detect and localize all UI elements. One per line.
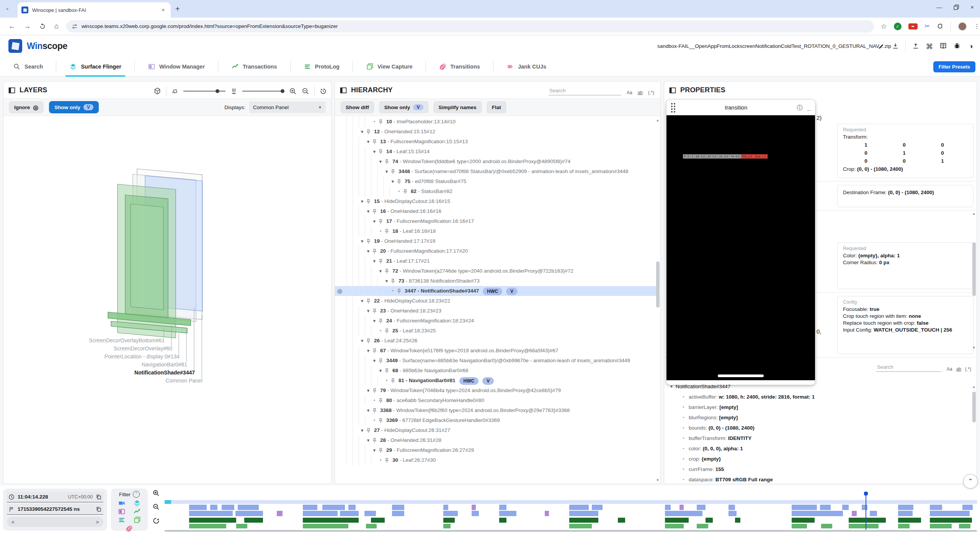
trace-entry-block[interactable] [499,518,506,523]
timeline-zoom-in-icon[interactable] [152,489,160,497]
collapse-panel-icon[interactable] [669,87,676,94]
trace-entry-block[interactable] [792,505,817,510]
trace-entry-block[interactable] [728,511,737,516]
layer-tree-row[interactable]: ▼67 - WindowToken{e5176f9 type=2019 andr… [335,346,657,356]
layer-tree-row[interactable]: •25 - Leaf:18:23#25 [335,326,657,336]
profile-avatar[interactable] [958,22,967,31]
trace-entry-block[interactable] [340,511,359,516]
protolog-trace-icon[interactable] [118,516,126,524]
screen-recording-trace-icon[interactable] [118,499,126,507]
layer-tree-row[interactable]: •81 - NavigationBar0#81HWCV [335,376,657,386]
windowmanager-track[interactable] [165,518,977,523]
property-item[interactable]: barrierLayer: [empty] [664,402,972,412]
surfaceflinger-track[interactable] [165,511,977,516]
expand-arrow-icon[interactable]: ▼ [371,356,378,366]
trace-entry-block[interactable] [870,511,877,516]
pin-icon[interactable] [366,129,371,135]
trace-entry-block[interactable] [930,524,952,528]
extensions-puzzle-icon[interactable] [937,23,944,30]
collapse-timeline-fab[interactable]: ⌃ [963,474,978,489]
trace-entry-block[interactable] [472,511,479,516]
trace-entry-block[interactable] [236,524,248,528]
trace-entry-block[interactable] [792,511,843,516]
expand-arrow-icon[interactable]: ▼ [383,167,390,177]
properties-search-input[interactable]: Search [876,363,941,372]
extension-red-icon[interactable]: ▸▸ [908,23,918,29]
trace-entry-block[interactable] [962,505,973,510]
report-bug-icon[interactable] [953,42,961,50]
tab-search[interactable]: Search [0,57,56,77]
trace-entry-block[interactable] [930,511,970,516]
pin-icon[interactable] [372,249,377,254]
pin-icon[interactable] [378,418,384,423]
expand-arrow-icon[interactable]: ▼ [377,157,384,167]
trace-entry-block[interactable] [443,505,448,510]
trace-entry-block[interactable] [697,524,708,528]
address-bar[interactable]: winscope.teams.x20web.corp.google.com/pr… [66,20,874,33]
layer-tree-row[interactable]: ▼14 - Leaf:15:15#14 [335,147,657,157]
hierarchy-search-input[interactable]: Search [549,87,621,95]
trace-entry-block[interactable] [735,518,741,523]
pin-icon[interactable] [372,209,377,214]
layer-tree-row[interactable]: ▼27 - HideDisplayCutout:26:31#27 [335,425,657,435]
trace-entry-block[interactable] [898,511,913,516]
transactions-trace-icon[interactable] [133,508,141,515]
trace-entry-block[interactable] [366,524,377,528]
layer-tree-row[interactable]: ▼68 - 885b63e NavigationBar0#68 [335,366,657,376]
edit-pencil-icon[interactable] [878,42,885,50]
match-word-toggle[interactable]: ab [956,366,961,372]
expand-arrow-icon[interactable]: ▼ [371,216,378,226]
tab-search-chevron-icon[interactable]: ⌄ [5,5,9,11]
trace-entry-block[interactable] [592,505,603,510]
match-word-toggle[interactable]: ab [638,90,643,95]
expand-arrow-icon[interactable]: ▼ [365,435,372,445]
expand-arrow-icon[interactable]: ▼ [365,405,372,415]
expand-arrow-icon[interactable]: ▼ [371,147,378,157]
rotation-icon[interactable] [171,87,179,95]
layer-tree-row[interactable]: ▼23 - OneHanded:18:23#23 [335,306,657,316]
layer-tree-row[interactable]: ▼24 - FullscreenMagnification:18:23#24 [335,316,657,326]
trace-entry-block[interactable] [210,505,217,510]
pin-icon[interactable] [372,408,377,414]
zoom-in-icon[interactable] [289,87,297,95]
expand-arrow-icon[interactable]: ▼ [365,386,372,396]
browser-tab[interactable]: Winscope | sandbox-FAI × [18,2,171,18]
trace-entry-block[interactable] [842,505,849,510]
trace-entry-block[interactable] [277,511,283,516]
home-icon[interactable]: ⌂ [54,22,59,30]
trace-entry-block[interactable] [348,505,356,510]
pin-icon[interactable] [378,149,384,155]
expand-arrow-icon[interactable]: ▼ [359,236,366,246]
tab-transactions[interactable]: Transactions [218,57,290,77]
pin-icon[interactable] [384,328,390,334]
new-tab-button[interactable]: + [175,5,180,13]
pin-icon[interactable] [372,438,377,443]
layer-tree-row[interactable]: •10 - ImePlaceholder:13:14#10 [335,117,657,127]
pin-icon[interactable] [378,398,384,404]
expand-arrow-icon[interactable]: ▼ [359,127,366,137]
timeline-canvas[interactable] [165,487,977,532]
property-item[interactable]: activeBuffer: w: 1080, h: 2400, stride: … [664,392,972,402]
layer-3d-label[interactable]: NavigationBar0#81 [142,361,187,368]
timeline-range-strip[interactable] [165,500,977,504]
layers-3d-canvas[interactable]: ScreenDecorOverlayBottom#61ScreenDecorOv… [3,118,331,484]
trace-entry-block[interactable] [499,505,506,510]
shortcuts-icon[interactable]: ⌘ [926,42,933,50]
layer-tree-row[interactable]: ▼3448 - Surface(name=ed70f88 StatusBar)/… [335,167,657,177]
reset-view-history-icon[interactable] [319,87,327,95]
trace-entry-block[interactable] [392,511,404,516]
pin-icon[interactable] [378,448,384,453]
layer-tree-row[interactable]: ▼74 - WindowToken{fdddbe6 type=2000 andr… [335,157,657,167]
pin-icon[interactable] [390,278,396,284]
layer-tree-row[interactable]: ▼79 - WindowToken{7046b4a type=2024 andr… [335,386,657,396]
site-settings-tune-icon[interactable] [72,23,78,29]
timeline-horizontal-scrollbar[interactable] [165,530,977,532]
layer-tree-row[interactable]: •82 - StatusBar#82 [335,186,657,196]
pin-icon[interactable] [384,368,390,374]
trace-entry-block[interactable] [930,518,972,523]
regex-toggle[interactable]: (.*) [648,90,654,95]
trace-entry-block[interactable] [189,518,236,523]
scroll-down-icon[interactable]: ▼ [972,346,976,350]
drag-handle-icon[interactable] [671,103,675,113]
property-item[interactable]: dataspace: BT709 sRGB Full range [664,474,972,484]
